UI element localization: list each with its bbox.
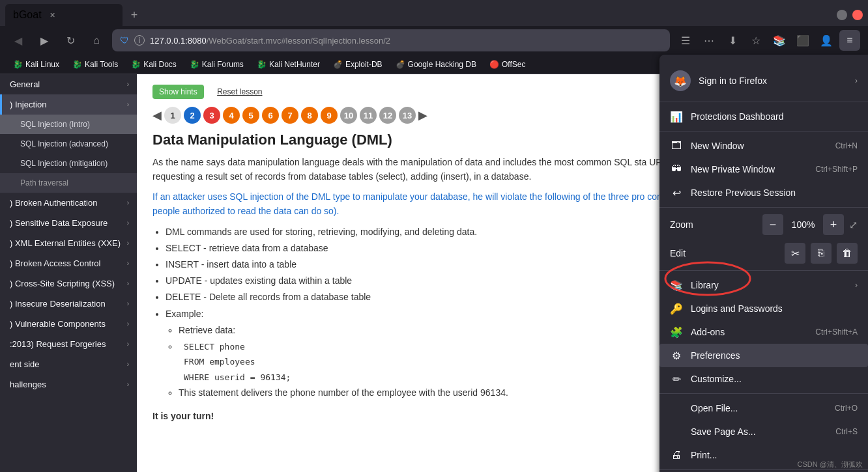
sidebar-item-broken-auth[interactable]: ) Broken Authentication ›	[0, 193, 137, 213]
bookmark-label: Exploit-DB	[345, 60, 383, 69]
paste-button[interactable]: 🗑	[837, 243, 858, 264]
page-8-button[interactable]: 8	[301, 107, 318, 124]
restore-session-item[interactable]: ↩ Restore Previous Session	[659, 181, 868, 204]
tab-close-button[interactable]: ×	[47, 9, 59, 21]
close-window-button[interactable]	[852, 10, 863, 20]
bookmark-kali-nethunter[interactable]: 🐉 Kali NetHunter	[252, 59, 325, 70]
bookmark-kali-tools[interactable]: 🐉 Kali Tools	[67, 59, 123, 70]
home-button[interactable]: ⌂	[86, 30, 107, 51]
reset-lesson-button[interactable]: Reset lesson	[212, 85, 267, 99]
sidebar-item-challenges[interactable]: hallenges ›	[0, 374, 137, 395]
bookmark-kali-linux[interactable]: 🐉 Kali Linux	[8, 59, 65, 70]
zoom-out-button[interactable]: −	[762, 214, 783, 235]
page-6-button[interactable]: 6	[262, 107, 279, 124]
save-label: Save Page As...	[691, 426, 828, 437]
zoom-fullscreen-button[interactable]: ⤢	[849, 219, 858, 231]
sidebar-item-sql-advanced[interactable]: SQL Injection (advanced)	[0, 134, 137, 154]
page-13-button[interactable]: 13	[399, 107, 416, 124]
bookmark-exploit-db[interactable]: 💣 Exploit-DB	[328, 59, 388, 70]
new-window-item[interactable]: 🗔 New Window Ctrl+N	[659, 134, 868, 158]
preferences-icon: ⚙	[670, 349, 683, 362]
address-bar[interactable]: 🛡 i 127.0.0.1:8080/WebGoat/start.mvc#les…	[112, 29, 670, 51]
preferences-item[interactable]: ⚙ Preferences	[659, 344, 868, 367]
bookmark-ghdb[interactable]: 💣 Google Hacking DB	[390, 59, 482, 70]
page-4-button[interactable]: 4	[223, 107, 240, 124]
protections-dashboard-item[interactable]: 📊 Protections Dashboard	[659, 105, 868, 128]
prev-page-button[interactable]: ◀	[152, 108, 162, 122]
sidebar-item-vulnerable-components[interactable]: ) Vulnerable Components ›	[0, 314, 137, 334]
sidebar-item-xxe[interactable]: ) XML External Entities (XXE) ›	[0, 233, 137, 253]
bookmark-label: Kali Forums	[202, 60, 244, 69]
forward-button[interactable]: ▶	[34, 30, 55, 51]
restore-label: Restore Previous Session	[691, 187, 858, 198]
zoom-in-button[interactable]: +	[823, 214, 844, 235]
restore-icon: ↩	[670, 186, 683, 199]
bookmark-button[interactable]: ☆	[745, 30, 766, 51]
sidebar-item-sql-intro[interactable]: SQL Injection (Intro)	[0, 115, 137, 134]
library-button[interactable]: 📚	[769, 30, 790, 51]
url-display: 127.0.0.1:8080/WebGoat/start.mvc#lesson/…	[150, 36, 662, 46]
save-page-item[interactable]: Save Page As... Ctrl+S	[659, 420, 868, 443]
page-1-button[interactable]: 1	[164, 107, 181, 124]
minimize-button[interactable]	[837, 10, 847, 20]
page-10-button[interactable]: 10	[340, 107, 357, 124]
sidebar-item-deserialization[interactable]: ) Insecure Deserialization ›	[0, 294, 137, 314]
logins-item[interactable]: 🔑 Logins and Passwords	[659, 297, 868, 320]
customize-item[interactable]: ✏ Customize...	[659, 367, 868, 391]
sync-button[interactable]: ⬛	[792, 30, 813, 51]
pocket-button[interactable]: ⬇	[722, 30, 743, 51]
sidebar-item-path-traversal[interactable]: Path traversal	[0, 173, 137, 193]
bookmark-icon: 🔴	[489, 60, 499, 69]
toolbar-actions: ☰ ⋯ ⬇ ☆ 📚 ⬛ 👤 ≡	[675, 30, 860, 51]
reload-button[interactable]: ↻	[60, 30, 81, 51]
bookmark-kali-docs[interactable]: 🐉 Kali Docs	[126, 59, 182, 70]
page-12-button[interactable]: 12	[379, 107, 396, 124]
sidebar-item-sensitive-data[interactable]: ) Sensitive Data Exposure ›	[0, 213, 137, 233]
chevron-icon: ›	[127, 381, 129, 388]
sidebar-item-client-side[interactable]: ent side ›	[0, 354, 137, 374]
reader-mode-button[interactable]: ☰	[675, 30, 696, 51]
protections-icon: 📊	[670, 110, 683, 123]
new-private-window-item[interactable]: 🕶 New Private Window Ctrl+Shift+P	[659, 158, 868, 181]
page-11-button[interactable]: 11	[360, 107, 377, 124]
sidebar-item-injection[interactable]: ) Injection ›	[0, 94, 137, 115]
library-item[interactable]: 📚 Library ›	[659, 273, 868, 297]
sidebar-item-sql-mitigation[interactable]: SQL Injection (mitigation)	[0, 154, 137, 173]
bookmark-offsec[interactable]: 🔴 OffSec	[484, 59, 530, 70]
page-5-button[interactable]: 5	[242, 107, 259, 124]
bookmark-icon: 🐉	[72, 60, 82, 69]
back-button[interactable]: ◀	[8, 30, 29, 51]
page-9-button[interactable]: 9	[321, 107, 338, 124]
bookmark-kali-forums[interactable]: 🐉 Kali Forums	[184, 59, 249, 70]
watermark: CSDN @清、沏弧欢	[798, 460, 863, 469]
bookmark-label: Kali Tools	[85, 60, 118, 69]
shield-icon: 🛡	[120, 35, 129, 46]
bookmark-icon: 🐉	[190, 60, 199, 69]
sidebar-item-request-forgeries[interactable]: :2013) Request Forgeries ›	[0, 334, 137, 354]
addons-shortcut: Ctrl+Shift+A	[815, 327, 858, 337]
new-tab-button[interactable]: +	[125, 6, 143, 24]
sidebar-item-xss[interactable]: ) Cross-Site Scripting (XSS) ›	[0, 273, 137, 294]
addons-item[interactable]: 🧩 Add-ons Ctrl+Shift+A	[659, 320, 868, 344]
more-options-button[interactable]: ⋯	[699, 30, 719, 51]
account-button[interactable]: 👤	[816, 30, 837, 51]
sidebar-label: ent side	[10, 359, 127, 369]
sidebar-item-general[interactable]: General ›	[0, 74, 137, 94]
next-page-button[interactable]: ▶	[418, 108, 427, 122]
menu-button[interactable]: ≡	[839, 30, 860, 51]
page-2-button[interactable]: 2	[184, 107, 201, 124]
sign-in-item[interactable]: 🦊 Sign in to Firefox ›	[659, 62, 868, 99]
sidebar-label: ) XML External Entities (XXE)	[10, 238, 127, 248]
chevron-icon: ›	[127, 320, 129, 327]
page-7-button[interactable]: 7	[282, 107, 298, 124]
show-hints-button[interactable]: Show hints	[152, 85, 204, 99]
sidebar-item-broken-access[interactable]: ) Broken Access Control ›	[0, 253, 137, 273]
open-file-item[interactable]: Open File... Ctrl+O	[659, 396, 868, 420]
active-tab[interactable]: bGoat ×	[5, 4, 123, 26]
page-3-button[interactable]: 3	[203, 107, 220, 124]
cut-button[interactable]: ✂	[785, 243, 805, 264]
copy-button[interactable]: ⎘	[811, 243, 832, 264]
save-icon	[670, 425, 683, 438]
addons-icon: 🧩	[670, 326, 683, 339]
zoom-label: Zoom	[670, 219, 757, 230]
